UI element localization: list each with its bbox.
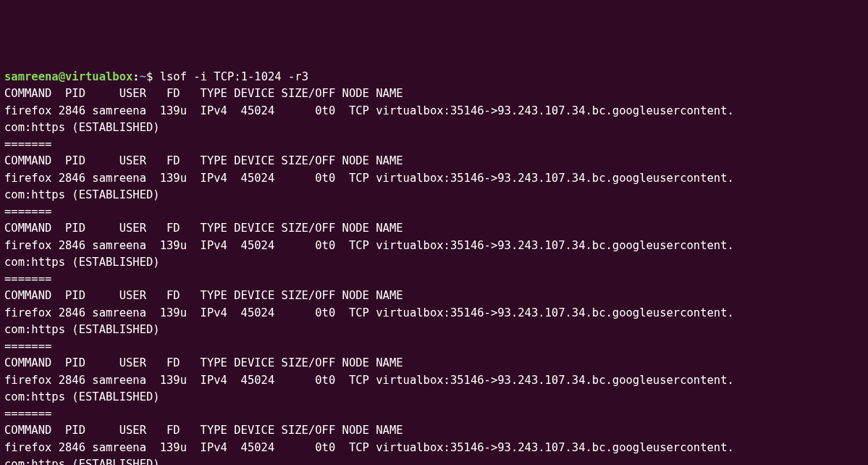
lsof-separator: ======= bbox=[4, 205, 51, 218]
prompt-user: samreena@virtualbox bbox=[4, 70, 132, 83]
terminal-line: COMMAND PID USER FD TYPE DEVICE SIZE/OFF… bbox=[4, 422, 864, 439]
terminal-line: COMMAND PID USER FD TYPE DEVICE SIZE/OFF… bbox=[4, 220, 864, 237]
terminal-line: com:https (ESTABLISHED) bbox=[4, 456, 864, 465]
terminal-output[interactable]: samreena@virtualbox:~$ lsof -i TCP:1-102… bbox=[4, 69, 864, 465]
lsof-header: COMMAND PID USER FD TYPE DEVICE SIZE/OFF… bbox=[4, 222, 403, 235]
lsof-header: COMMAND PID USER FD TYPE DEVICE SIZE/OFF… bbox=[4, 289, 403, 302]
lsof-row-part2: com:https (ESTABLISHED) bbox=[4, 121, 160, 134]
lsof-row-part1: firefox 2846 samreena 139u IPv4 45024 0t… bbox=[4, 374, 734, 387]
terminal-line: COMMAND PID USER FD TYPE DEVICE SIZE/OFF… bbox=[4, 153, 864, 169]
lsof-row-part2: com:https (ESTABLISHED) bbox=[4, 390, 160, 403]
lsof-separator: ======= bbox=[4, 407, 51, 420]
lsof-header: COMMAND PID USER FD TYPE DEVICE SIZE/OFF… bbox=[4, 154, 403, 167]
lsof-row-part2: com:https (ESTABLISHED) bbox=[4, 323, 160, 336]
lsof-row-part2: com:https (ESTABLISHED) bbox=[4, 458, 160, 465]
lsof-row-part1: firefox 2846 samreena 139u IPv4 45024 0t… bbox=[4, 306, 734, 319]
lsof-row-part2: com:https (ESTABLISHED) bbox=[4, 256, 160, 269]
terminal-line: ======= bbox=[4, 406, 864, 422]
lsof-header: COMMAND PID USER FD TYPE DEVICE SIZE/OFF… bbox=[4, 424, 403, 437]
lsof-row-part1: firefox 2846 samreena 139u IPv4 45024 0t… bbox=[4, 441, 734, 454]
terminal-line: firefox 2846 samreena 139u IPv4 45024 0t… bbox=[4, 238, 864, 254]
terminal-line: com:https (ESTABLISHED) bbox=[4, 120, 864, 136]
terminal-line: firefox 2846 samreena 139u IPv4 45024 0t… bbox=[4, 372, 864, 389]
terminal-line: firefox 2846 samreena 139u IPv4 45024 0t… bbox=[4, 440, 864, 456]
terminal-line: ======= bbox=[4, 204, 864, 220]
prompt-colon: : bbox=[132, 70, 139, 83]
lsof-row-part1: firefox 2846 samreena 139u IPv4 45024 0t… bbox=[4, 239, 734, 252]
prompt-dollar: $ bbox=[146, 70, 160, 83]
terminal-line: COMMAND PID USER FD TYPE DEVICE SIZE/OFF… bbox=[4, 85, 864, 102]
lsof-header: COMMAND PID USER FD TYPE DEVICE SIZE/OFF… bbox=[4, 356, 403, 369]
terminal-line: ======= bbox=[4, 136, 864, 153]
terminal-line: firefox 2846 samreena 139u IPv4 45024 0t… bbox=[4, 103, 864, 120]
lsof-separator: ======= bbox=[4, 272, 51, 285]
lsof-row-part2: com:https (ESTABLISHED) bbox=[4, 188, 160, 201]
terminal-line: samreena@virtualbox:~$ lsof -i TCP:1-102… bbox=[4, 69, 864, 85]
terminal-line: firefox 2846 samreena 139u IPv4 45024 0t… bbox=[4, 170, 864, 187]
terminal-line: ======= bbox=[4, 271, 864, 288]
prompt-path: ~ bbox=[140, 70, 146, 83]
terminal-line: COMMAND PID USER FD TYPE DEVICE SIZE/OFF… bbox=[4, 355, 864, 372]
lsof-separator: ======= bbox=[4, 138, 51, 151]
terminal-line: com:https (ESTABLISHED) bbox=[4, 187, 864, 204]
command-text: lsof -i TCP:1-1024 -r3 bbox=[160, 70, 308, 83]
terminal-line: ======= bbox=[4, 338, 864, 355]
terminal-line: com:https (ESTABLISHED) bbox=[4, 254, 864, 271]
lsof-header: COMMAND PID USER FD TYPE DEVICE SIZE/OFF… bbox=[4, 87, 403, 100]
terminal-line: COMMAND PID USER FD TYPE DEVICE SIZE/OFF… bbox=[4, 288, 864, 304]
lsof-row-part1: firefox 2846 samreena 139u IPv4 45024 0t… bbox=[4, 104, 734, 117]
lsof-separator: ======= bbox=[4, 340, 51, 353]
terminal-line: com:https (ESTABLISHED) bbox=[4, 389, 864, 406]
terminal-line: com:https (ESTABLISHED) bbox=[4, 322, 864, 338]
terminal-line: firefox 2846 samreena 139u IPv4 45024 0t… bbox=[4, 305, 864, 322]
lsof-row-part1: firefox 2846 samreena 139u IPv4 45024 0t… bbox=[4, 172, 734, 185]
